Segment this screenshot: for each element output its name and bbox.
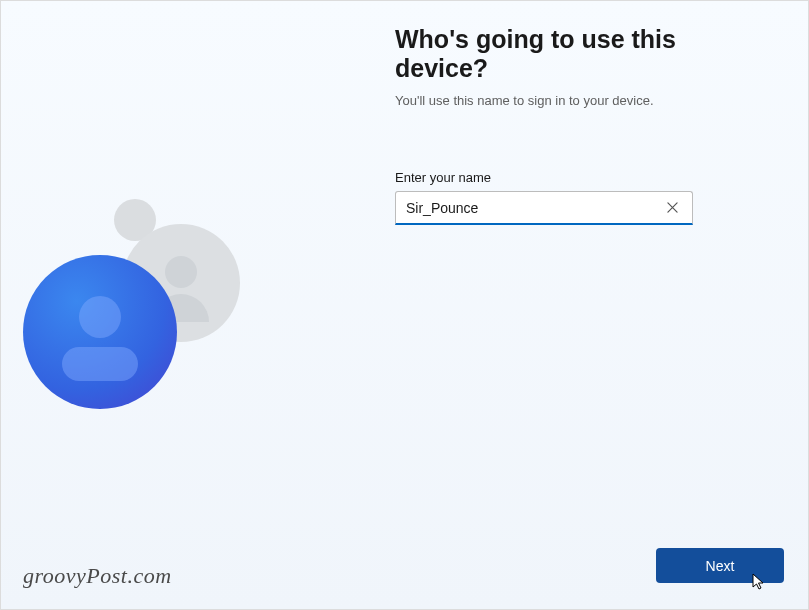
name-input[interactable] xyxy=(406,192,660,223)
user-illustration xyxy=(9,189,289,489)
person-icon xyxy=(165,256,197,288)
close-icon xyxy=(667,202,678,213)
decorative-circle-large xyxy=(23,255,177,409)
name-input-container[interactable] xyxy=(395,191,693,225)
person-icon xyxy=(79,296,121,338)
name-field-label: Enter your name xyxy=(395,170,775,185)
watermark: groovyPost.com xyxy=(23,563,172,589)
next-button[interactable]: Next xyxy=(656,548,784,583)
page-title: Who's going to use this device? xyxy=(395,25,775,83)
page-subtitle: You'll use this name to sign in to your … xyxy=(395,93,775,108)
clear-input-button[interactable] xyxy=(660,196,684,220)
person-icon xyxy=(62,347,138,381)
